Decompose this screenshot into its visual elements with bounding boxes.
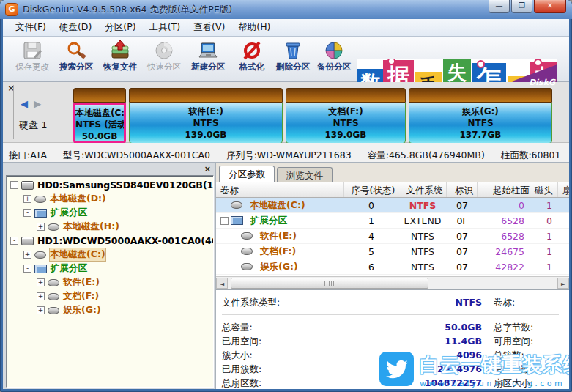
partition-size: 139.0GB	[286, 129, 405, 141]
disk-icon	[21, 237, 34, 245]
table-row-g[interactable]: 娱乐(G:) 6 NTFS 07 42822 1	[216, 259, 569, 275]
menu-disk[interactable]: 硬盘(D)	[53, 20, 98, 35]
close-button[interactable]: ✕	[534, 0, 566, 13]
cell-seq: 0	[344, 200, 398, 211]
drive-icon	[241, 263, 253, 270]
drive-icon	[231, 201, 242, 209]
collapse-icon[interactable]: -	[23, 209, 31, 217]
cell-cylinder: 0	[478, 200, 530, 211]
tree-item-label: 文档(F:)	[63, 290, 99, 303]
partition-block-e[interactable]: 软件(E:) NTFS 139.0GB	[129, 88, 283, 144]
detail-row: 文件系统类型:NTFS卷标:	[222, 295, 569, 308]
tree-item-hd1[interactable]: - HD1:WDCWD5000AAKX-001CA0(466GB)	[7, 234, 213, 248]
column-header-volume[interactable]: 卷标	[216, 182, 344, 197]
search-partition-button[interactable]: 搜索分区	[54, 40, 98, 79]
scrollbar-thumb[interactable]	[231, 278, 428, 289]
search-icon	[54, 40, 98, 62]
tree-item-label: HD1:WDCWD5000AAKX-001CA0(466GB)	[37, 235, 214, 246]
scroll-left-arrow[interactable]: ◄	[216, 278, 228, 289]
expand-icon[interactable]: +	[23, 195, 31, 203]
table-row-extended[interactable]: -扩展分区 1 EXTEND 0F 6528 0	[216, 213, 569, 229]
menu-file[interactable]: 文件(F)	[9, 20, 53, 35]
volume-name: 扩展分区	[250, 215, 287, 227]
cell-fs: NTFS	[398, 246, 447, 257]
collapse-icon[interactable]: -	[10, 237, 18, 245]
quick-partition-button[interactable]: 快速分区	[142, 40, 186, 79]
save-changes-button[interactable]: 保存更改	[10, 40, 54, 79]
drive-icon	[48, 293, 59, 300]
partition-block-f[interactable]: 文档(F:) NTFS 139.0GB	[286, 88, 406, 144]
menu-view[interactable]: 查看(V)	[187, 20, 231, 35]
disk-info-interface: 接口:ATA	[9, 149, 47, 160]
cell-id: 07	[447, 200, 478, 211]
expand-icon[interactable]: +	[23, 251, 31, 259]
new-partition-button[interactable]: 新建分区	[186, 40, 230, 79]
column-header-cylinder[interactable]: 起始柱面	[478, 182, 530, 197]
horizontal-scrollbar[interactable]: ◄ ►	[216, 276, 569, 289]
cell-seq: 1	[344, 215, 398, 226]
column-header-seq[interactable]: 序号(状态)	[344, 182, 398, 197]
volume-name: 娱乐(G:)	[260, 261, 298, 273]
menu-tools[interactable]: 工具(T)	[143, 20, 187, 35]
partition-block-g[interactable]: 娱乐(G:) NTFS 137.7GB	[409, 88, 552, 144]
maximize-button[interactable]: ❐	[511, 0, 532, 13]
collapse-icon[interactable]: -	[220, 217, 229, 225]
column-header-head[interactable]: 磁头	[530, 182, 558, 197]
partition-fs: NTFS	[130, 117, 282, 129]
backup-partition-button[interactable]: 备份分区	[312, 40, 356, 79]
column-header-fs[interactable]: 文件系统	[398, 182, 447, 197]
tree-item-label: 本地磁盘(H:)	[63, 221, 119, 233]
partition-block-c[interactable]: 本地磁盘(C:) NTFS (活动) 50.0GB	[73, 88, 126, 144]
tab-browse-files[interactable]: 浏览文件	[277, 167, 333, 182]
tree-item-hd0[interactable]: - HD0:SamsungSSD840EV0120GB(112GB)	[7, 178, 213, 192]
detail-separator	[222, 314, 559, 315]
detail-label: 总字节数:	[494, 322, 533, 334]
menu-help[interactable]: 帮助(H)	[231, 20, 277, 35]
tab-partition-params[interactable]: 分区参数	[219, 166, 275, 182]
delete-partition-button[interactable]: 删除分区	[271, 40, 315, 79]
collapse-icon[interactable]: -	[10, 181, 18, 189]
tab-bar: 分区参数 浏览文件	[219, 166, 335, 182]
recover-files-button[interactable]: 恢复文件	[98, 40, 142, 79]
disk-map-panel: × ◀ ▶ 硬盘 1 本地磁盘(C:) NTFS (活动) 50.0GB 软件(…	[3, 82, 569, 143]
tree-item-label: 软件(E:)	[63, 276, 100, 289]
expand-icon[interactable]: +	[37, 278, 45, 286]
column-header-sector[interactable]: 扇区	[558, 182, 569, 197]
format-button[interactable]: 格式化	[230, 40, 274, 79]
prev-disk-arrow[interactable]: ◀	[21, 98, 29, 109]
tree-item-drive-e[interactable]: + 软件(E:)	[7, 275, 213, 289]
tree-item-extended-hd1[interactable]: - 扩展分区	[7, 262, 213, 275]
extended-partition-icon	[34, 209, 47, 218]
expand-icon[interactable]: +	[37, 306, 45, 314]
title-bar[interactable]: G DiskGenius V4.9.5.508 x64 免费版(单文件PE版) …	[0, 0, 572, 19]
collapse-icon[interactable]: -	[23, 265, 31, 273]
partition-header-band	[129, 88, 283, 103]
tree-item-extended-hd0[interactable]: - 扩展分区	[7, 206, 213, 220]
expand-icon[interactable]: +	[37, 292, 45, 300]
tree-item-drive-h[interactable]: + 本地磁盘(H:)	[7, 220, 213, 234]
column-header-id[interactable]: 标识	[447, 182, 478, 197]
table-row-e[interactable]: 软件(E:) 4 NTFS 07 6528 1	[216, 229, 569, 244]
cell-cylinder: 6528	[478, 231, 530, 242]
tree-item-drive-g[interactable]: + 娱乐(G:)	[7, 303, 213, 317]
app-icon: G	[5, 3, 18, 16]
disk-info-capacity: 容量:465.8GB(476940MB)	[368, 149, 485, 160]
quick-partition-icon	[142, 40, 186, 62]
tree-item-label: HD0:SamsungSSD840EV0120GB(112GB)	[37, 180, 214, 191]
toolbar-button-label: 恢复文件	[98, 62, 142, 73]
tree-item-label: 本地磁盘(C:)	[50, 248, 105, 261]
menu-partition[interactable]: 分区(P)	[98, 20, 142, 35]
delete-partition-icon	[271, 40, 315, 62]
tree-item-drive-d[interactable]: + 本地磁盘(D:)	[7, 192, 213, 206]
minimize-button[interactable]: —	[489, 0, 510, 13]
table-row-c[interactable]: 本地磁盘(C:) 0 NTFS 07 0 1	[216, 198, 569, 213]
expand-icon[interactable]: +	[37, 223, 45, 231]
close-icon[interactable]: ×	[204, 164, 211, 174]
next-disk-arrow[interactable]: ▶	[34, 98, 42, 109]
window-title: DiskGenius V4.9.5.508 x64 免费版(单文件PE版)	[23, 4, 232, 16]
scroll-right-arrow[interactable]: ►	[557, 278, 569, 289]
tree-item-drive-c[interactable]: + 本地磁盘(C:)	[7, 248, 213, 262]
tree-item-label: 娱乐(G:)	[63, 304, 101, 317]
tree-item-drive-f[interactable]: + 文档(F:)	[7, 289, 213, 303]
table-row-f[interactable]: 文档(F:) 5 NTFS 07 24675 1	[216, 244, 569, 259]
